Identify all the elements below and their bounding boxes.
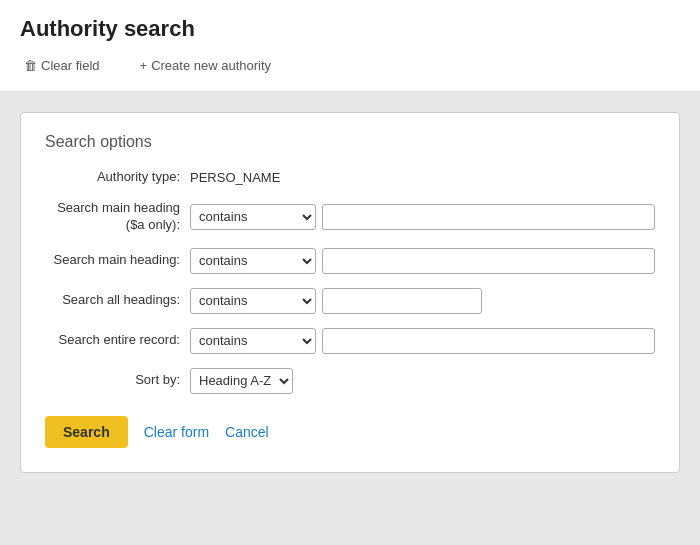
search-main-heading-sa-controls: contains starts with is exactly does not… — [190, 204, 655, 230]
authority-type-label: Authority type: — [45, 169, 190, 186]
search-main-heading-label: Search main heading: — [45, 252, 190, 269]
sort-by-controls: Heading A-Z Heading Z-A Relevance — [190, 368, 655, 394]
clear-field-button[interactable]: 🗑 Clear field — [20, 56, 104, 75]
panel-title: Search options — [45, 133, 655, 151]
plus-icon: + — [140, 58, 148, 73]
authority-type-row: Authority type: PERSO_NAME — [45, 169, 655, 186]
sort-by-label: Sort by: — [45, 372, 190, 389]
search-main-heading-sa-input[interactable] — [322, 204, 655, 230]
search-entire-record-label: Search entire record: — [45, 332, 190, 349]
action-bar: Search Clear form Cancel — [45, 416, 655, 448]
search-all-headings-condition[interactable]: contains starts with is exactly does not… — [190, 288, 316, 314]
main-content: Search options Authority type: PERSO_NAM… — [0, 92, 700, 493]
search-main-heading-sa-condition[interactable]: contains starts with is exactly does not… — [190, 204, 316, 230]
search-main-heading-row: Search main heading: contains starts wit… — [45, 248, 655, 274]
search-button[interactable]: Search — [45, 416, 128, 448]
search-all-headings-controls: contains starts with is exactly does not… — [190, 288, 655, 314]
authority-type-value: PERSO_NAME — [190, 170, 280, 185]
search-all-headings-label: Search all headings: — [45, 292, 190, 309]
cancel-button[interactable]: Cancel — [225, 424, 269, 440]
clear-form-button[interactable]: Clear form — [144, 424, 209, 440]
clear-field-label: Clear field — [41, 58, 100, 73]
search-options-panel: Search options Authority type: PERSO_NAM… — [20, 112, 680, 473]
search-entire-record-row: Search entire record: contains starts wi… — [45, 328, 655, 354]
toolbar: 🗑 Clear field + Create new authority — [20, 52, 680, 83]
create-new-authority-label: Create new authority — [151, 58, 271, 73]
search-entire-record-controls: contains starts with is exactly does not… — [190, 328, 655, 354]
search-all-headings-row: Search all headings: contains starts wit… — [45, 288, 655, 314]
search-all-headings-input[interactable] — [322, 288, 482, 314]
search-main-heading-controls: contains starts with is exactly does not… — [190, 248, 655, 274]
search-entire-record-input[interactable] — [322, 328, 655, 354]
search-main-heading-input[interactable] — [322, 248, 655, 274]
search-entire-record-condition[interactable]: contains starts with is exactly does not… — [190, 328, 316, 354]
trash-icon: 🗑 — [24, 58, 37, 73]
create-new-authority-button[interactable]: + Create new authority — [136, 56, 276, 75]
sort-by-select[interactable]: Heading A-Z Heading Z-A Relevance — [190, 368, 293, 394]
sort-by-row: Sort by: Heading A-Z Heading Z-A Relevan… — [45, 368, 655, 394]
search-main-heading-sa-label: Search main heading ($a only): — [45, 200, 190, 234]
search-main-heading-sa-row: Search main heading ($a only): contains … — [45, 200, 655, 234]
page-title: Authority search — [20, 16, 680, 42]
search-main-heading-condition[interactable]: contains starts with is exactly does not… — [190, 248, 316, 274]
